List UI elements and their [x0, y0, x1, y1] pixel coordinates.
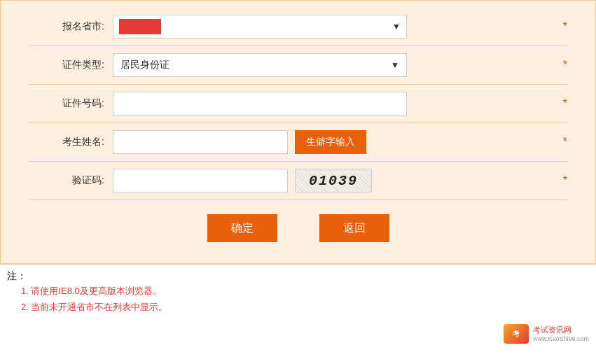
province-select[interactable]: ▼ — [113, 15, 407, 38]
name-label: 考生姓名: — [29, 136, 113, 148]
confirm-button[interactable]: 确定 — [207, 214, 277, 242]
notes-section: 注： 1. 请使用IE8.0及更高版本浏览器。 2. 当前未开通省市不在列表中显… — [0, 264, 596, 321]
logo-icon-text: 考 — [513, 329, 520, 339]
province-field: ▼ — [113, 15, 556, 38]
captcha-image[interactable]: 01039 — [295, 169, 372, 192]
notes-prefix: 注： — [7, 270, 27, 281]
note-item-2: 2. 当前未开通省市不在列表中显示。 — [7, 299, 589, 315]
cert-type-select[interactable]: 居民身份证 ▼ — [113, 53, 407, 77]
cert-number-row: 证件号码: * — [29, 85, 567, 123]
captcha-code: 01039 — [309, 173, 358, 189]
name-input[interactable] — [113, 130, 288, 154]
logo-url: www.KaoShi96.com — [533, 335, 589, 342]
name-row-inner: 生僻字输入 — [113, 130, 366, 154]
button-row: 确定 返回 — [29, 200, 567, 249]
cert-type-arrow: ▼ — [391, 60, 399, 70]
province-row: 报名省市: ▼ * — [29, 8, 567, 46]
cert-number-input[interactable] — [113, 92, 407, 115]
registration-form: 报名省市: ▼ * 证件类型: 居民身份证 ▼ * 证件号码: * 考生姓名: — [0, 0, 596, 264]
cert-type-field: 居民身份证 ▼ — [113, 53, 556, 77]
name-required: * — [563, 136, 567, 148]
captcha-input[interactable] — [113, 169, 288, 192]
name-field: 生僻字输入 — [113, 130, 556, 154]
logo-name: 考试资讯网 — [533, 325, 589, 335]
province-label: 报名省市: — [29, 20, 113, 33]
captcha-row-inner: 01039 — [113, 169, 372, 192]
cert-number-field — [113, 92, 556, 115]
captcha-row: 验证码: 01039 * — [29, 162, 567, 200]
cert-type-row: 证件类型: 居民身份证 ▼ * — [29, 46, 567, 85]
ime-button[interactable]: 生僻字输入 — [295, 130, 366, 154]
province-required: * — [563, 20, 567, 33]
note-item-1: 1. 请使用IE8.0及更高版本浏览器。 — [7, 283, 589, 299]
captcha-field: 01039 — [113, 169, 556, 192]
footer-row: 考 考试资讯网 www.KaoShi96.com — [0, 321, 596, 346]
cert-number-label: 证件号码: — [29, 97, 113, 110]
logo-text-area: 考试资讯网 www.KaoShi96.com — [533, 325, 589, 342]
cert-type-label: 证件类型: — [29, 59, 113, 71]
province-arrow: ▼ — [392, 22, 401, 31]
captcha-required: * — [563, 174, 567, 187]
logo-icon: 考 — [504, 324, 529, 344]
province-selected-block — [119, 19, 161, 34]
back-button[interactable]: 返回 — [319, 214, 389, 242]
cert-type-value: 居民身份证 — [120, 59, 169, 71]
name-row: 考生姓名: 生僻字输入 * — [29, 123, 567, 162]
captcha-label: 验证码: — [29, 174, 113, 187]
cert-number-required: * — [563, 97, 567, 110]
logo-area: 考 考试资讯网 www.KaoShi96.com — [504, 324, 589, 344]
cert-type-required: * — [563, 59, 567, 71]
